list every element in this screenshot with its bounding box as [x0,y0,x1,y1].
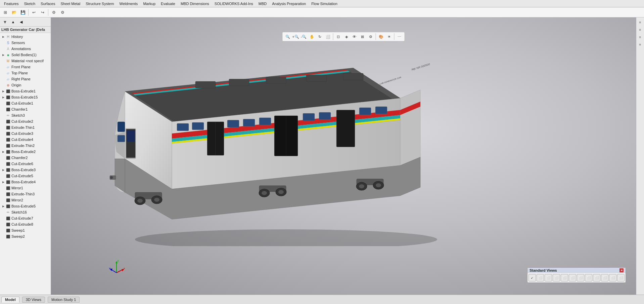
tree-item-right-plane[interactable]: ▱Right Plane [0,76,51,82]
menu-item-structure-system[interactable]: Structure System [83,1,117,6]
menu-item-mbd[interactable]: MBD [256,1,269,6]
tree-expand-solid-bodies[interactable]: ▶ [1,53,5,57]
rebuild-btn[interactable]: ⚙ [50,8,58,16]
view-2up-btn[interactable]: ⬜ [617,274,625,281]
options-btn[interactable]: ⚙ [58,8,66,16]
view-left-btn[interactable]: ⬜ [545,274,552,281]
tree-item-mirror1[interactable]: ⬛Mirror1 [0,185,51,191]
new-btn[interactable]: ⊞ [1,8,9,16]
tree-item-sweep1[interactable]: ⬛Sweep1 [0,227,51,233]
right-panel: ≡ ≡ ≡ ≡ [636,17,644,295]
right-panel-btn-4[interactable]: ≡ [637,41,644,48]
tree-icon-cut-extrude1: ⬛ [5,101,11,106]
tree-item-solid-bodies[interactable]: ▶■Solid Bodies(1) [0,52,51,58]
filter-btn[interactable]: ▼ [1,18,9,26]
tree-expand-boss-extrude15[interactable]: ▶ [1,95,5,99]
tree-item-extrude-thin3[interactable]: ⬛Extrude-Thin3 [0,191,51,197]
view-normal-btn[interactable]: ⬜ [601,274,608,281]
svg-text:Y: Y [109,267,111,270]
tree-expand-boss-extrude3[interactable]: ▶ [1,168,5,172]
right-panel-btn-1[interactable]: ≡ [637,19,644,26]
bottom-tab-3d-views[interactable]: 3D Views [22,297,45,303]
open-btn[interactable]: 📂 [10,8,18,16]
standard-views-close-btn[interactable]: ✕ [619,268,624,272]
tree-item-cut-extrude2[interactable]: ⬛Cut-Extrude2 [0,118,51,124]
menu-item-features[interactable]: Features [1,1,21,6]
right-panel-btn-2[interactable]: ≡ [637,26,644,33]
menu-item-markup[interactable]: Markup [140,1,158,6]
tree-icon-sweep1: ⬛ [5,228,11,233]
svg-rect-54 [229,79,249,86]
menu-item-surfaces[interactable]: Surfaces [38,1,58,6]
viewport[interactable]: 🔍 +🔍 -🔍 ✋ ↻ ⬜ ⊡ ◈ 👁 ⊠ ⚙ 🎨 ☀ ⋯ [51,17,636,295]
tree-item-front-plane[interactable]: ▱Front Plane [0,64,51,70]
menu-item-sheet-metal[interactable]: Sheet Metal [58,1,83,6]
tree-item-sketch3[interactable]: ✏Sketch3 [0,112,51,118]
svg-rect-34 [375,107,387,114]
tree-item-boss-extrude4[interactable]: ▶⬛Boss-Extrude4 [0,179,51,185]
tree-expand-boss-extrude4[interactable]: ▶ [1,180,5,184]
tree-label-extrude-thin2: Extrude-Thin2 [11,144,35,148]
menu-item-sketch[interactable]: Sketch [21,1,38,6]
tree-expand-boss-extrude5[interactable]: ▶ [1,204,5,208]
view-bottom-btn[interactable]: ⬜ [569,274,576,281]
3d-model-area: लएट NR 000500 LHB GENERATOR CAR [78,31,447,260]
menu-item-evaluate[interactable]: Evaluate [158,1,178,6]
tree-item-material[interactable]: MMaterial <not specif [0,58,51,64]
tree-item-cut-extrude5[interactable]: ⬛Cut-Extrude5 [0,173,51,179]
tree-item-origin[interactable]: ⊕Origin [0,82,51,88]
view-trimetric-btn[interactable]: ⬜ [585,274,592,281]
menu-item-flow-simulation[interactable]: Flow Simulation [309,1,340,6]
bottom-tab-model[interactable]: Model [1,297,19,303]
tree-item-cut-extrude3[interactable]: ⬛Cut-Extrude3 [0,130,51,137]
tree-item-extrude-thin2[interactable]: ⬛Extrude-Thin2 [0,143,51,149]
save-btn[interactable]: 💾 [19,8,27,16]
menu-item-mbd-dimensions[interactable]: MBD Dimensions [178,1,212,6]
tree-expand-origin [1,83,5,87]
tree-item-boss-extrude15[interactable]: ▶⬛Boss-Extrude15 [0,94,51,100]
panel-header: ▼ ▲ ◀ [0,17,51,27]
tree-item-boss-extrude2[interactable]: ▶⬛Boss-Extrude2 [0,149,51,155]
view-top-btn[interactable]: ⬜ [561,274,568,281]
tree-icon-chamfer2: ⬛ [5,155,11,160]
menu-item-analysis-preparation[interactable]: Analysis Preparation [269,1,309,6]
tree-item-sensors[interactable]: SSensors [0,40,51,46]
bottom-tab-motion-study-1[interactable]: Motion Study 1 [48,297,80,303]
menu-item-solidworks-add-ins[interactable]: SOLIDWORKS Add-Ins [212,1,256,6]
view-front-btn[interactable]: ↙ [528,274,536,281]
tree-item-chamfer2[interactable]: ⬛Chamfer2 [0,155,51,161]
axis-indicator: Z X Y [108,259,125,276]
tree-item-extrude-thin1[interactable]: ⬛Extrude-Thin1 [0,124,51,130]
tree-item-mirror2[interactable]: ⬛Mirror2 [0,197,51,203]
tree-expand-history[interactable]: ▶ [1,35,5,39]
view-back-btn[interactable]: ⬜ [537,274,544,281]
tree-icon-solid-bodies: ■ [5,52,11,58]
tree-item-boss-extrude1[interactable]: ▶⬛Boss-Extrude1 [0,88,51,94]
tree-expand-boss-extrude1[interactable]: ▶ [1,89,5,93]
menu-item-weldments[interactable]: Weldments [117,1,141,6]
right-panel-btn-3[interactable]: ≡ [637,34,644,40]
tree-item-sweep2[interactable]: ⬛Sweep2 [0,233,51,239]
tree-item-chamfer1[interactable]: ⬛Chamfer1 [0,106,51,112]
scroll-top-btn[interactable]: ▲ [9,18,17,26]
undo-btn[interactable]: ↩ [30,8,38,16]
view-single-btn[interactable]: ⬜ [609,274,616,281]
tree-item-boss-extrude5[interactable]: ▶⬛Boss-Extrude5 [0,203,51,209]
tree-item-annotations[interactable]: AAnnotations [0,46,51,52]
tree-expand-boss-extrude2[interactable]: ▶ [1,150,5,154]
feature-tree[interactable]: ▶HHistorySSensorsAAnnotations▶■Solid Bod… [0,33,51,295]
redo-btn[interactable]: ↪ [39,8,47,16]
tree-item-cut-extrude4[interactable]: ⬛Cut-Extrude4 [0,137,51,143]
tree-item-sketch16[interactable]: ✏Sketch16 [0,209,51,215]
tree-item-cut-extrude8[interactable]: ⬛Cut-Extrude8 [0,221,51,227]
view-right-btn[interactable]: ⬜ [553,274,560,281]
tree-item-cut-extrude7[interactable]: ⬛Cut-Extrude7 [0,215,51,221]
tree-item-history[interactable]: ▶HHistory [0,34,51,40]
view-isometric-btn[interactable]: ⬜ [577,274,584,281]
view-dimetric-btn[interactable]: ⬜ [593,274,600,281]
tree-item-top-plane[interactable]: ▱Top Plane [0,70,51,76]
tree-item-cut-extrude6[interactable]: ⬛Cut-Extrude6 [0,161,51,167]
tree-item-cut-extrude1[interactable]: ⬛Cut-Extrude1 [0,100,51,106]
tree-item-boss-extrude3[interactable]: ▶⬛Boss-Extrude3 [0,167,51,173]
collapse-btn[interactable]: ◀ [17,18,25,26]
